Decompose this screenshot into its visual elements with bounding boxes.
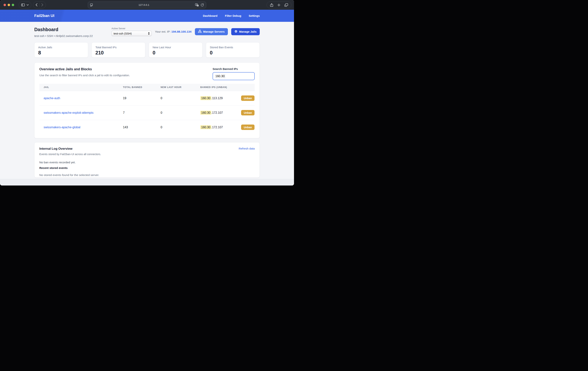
table-header-row: Jail Total Banned New Last Hour Banned I… [39, 84, 255, 91]
manage-jails-label: Manage Jails [239, 30, 257, 33]
app-navbar: Fail2ban UI Dashboard Filter Debug Setti… [0, 10, 294, 22]
manage-servers-button[interactable]: Manage Servers [195, 28, 228, 35]
search-banned-ips-label: Search Banned IPs [213, 67, 255, 70]
minimize-window-button[interactable] [8, 4, 10, 6]
nav-link-filter-debug[interactable]: Filter Debug [225, 14, 241, 17]
stat-value: 0 [210, 50, 256, 56]
reload-icon[interactable] [201, 3, 204, 7]
browser-toolbar: 127.0.0.1 A x [0, 0, 294, 10]
table-row: apache-auth 19 0 160.30.113.129 Unban [39, 91, 255, 106]
manage-jails-button[interactable]: Manage Jails [231, 28, 260, 35]
search-banned-ips-input[interactable]: 160.30 [213, 72, 255, 80]
external-ip-value: 194.88.100.134 [171, 30, 191, 33]
total-banned-value: 143 [123, 120, 161, 135]
nav-link-dashboard[interactable]: Dashboard [203, 14, 217, 17]
recent-stored-events-heading: Recent stored events [39, 166, 255, 169]
divider [39, 3, 40, 7]
ip-match-highlight: 160.30 [200, 111, 211, 115]
stat-value: 0 [153, 50, 199, 56]
active-server-label: Active Server [112, 27, 152, 30]
search-input-value: 160.30 [215, 75, 224, 78]
stat-card-total-banned: Total Banned IPs 210 [92, 42, 145, 58]
unban-button[interactable]: Unban [241, 110, 254, 115]
log-title: Internal Log Overview [39, 147, 101, 151]
stat-card-active-jails: Active Jails 8 [34, 42, 88, 58]
stat-label: Active Jails [38, 46, 84, 49]
page-title: Dashboard [34, 27, 93, 32]
unban-button[interactable]: Unban [241, 96, 254, 101]
jail-link[interactable]: apache-auth [44, 97, 60, 100]
nav-link-settings[interactable]: Settings [249, 14, 260, 17]
window-actions-group [267, 1, 291, 8]
close-window-button[interactable] [3, 4, 6, 6]
browser-window: 127.0.0.1 A x [0, 0, 294, 186]
no-stored-events-text: No stored events found for the selected … [39, 173, 255, 177]
unban-button[interactable]: Unban [241, 125, 254, 130]
history-nav-group [33, 1, 46, 8]
banned-ip: 160.30.172.107 [200, 111, 223, 114]
translate-icon[interactable]: A x [195, 3, 199, 7]
app-brand: Fail2ban UI [34, 14, 54, 18]
jails-table: Jail Total Banned New Last Hour Banned I… [39, 84, 255, 134]
stat-label: New Last Hour [153, 46, 199, 49]
url-text: 127.0.0.1 [93, 3, 195, 6]
active-server-summary: test-ssh • SSH • rlinfp02.swissmakers.co… [34, 34, 93, 38]
no-ban-events-text: No ban events recorded yet. [39, 161, 255, 164]
sidebar-icon[interactable] [21, 3, 25, 6]
stat-card-stored-ban-events: Stored Ban Events 0 [206, 42, 260, 58]
external-ip-label: Your ext. IP: [155, 30, 171, 33]
new-last-hour-value: 0 [161, 106, 200, 120]
stat-label: Total Banned IPs [95, 46, 141, 49]
manage-servers-label: Manage Servers [203, 30, 225, 33]
col-header-total-banned: Total Banned [123, 84, 161, 91]
stat-value: 8 [38, 50, 84, 56]
total-banned-value: 7 [123, 106, 161, 120]
table-row: swissmakers-apache-global 143 0 160.30.1… [39, 120, 255, 135]
share-icon[interactable] [270, 3, 273, 7]
ip-rest: .172.107 [211, 126, 223, 129]
internal-log-card: Internal Log Overview Events stored by F… [34, 142, 260, 178]
log-subtitle: Events stored by Fail2ban-UI across all … [39, 153, 101, 156]
new-tab-icon[interactable] [277, 3, 280, 7]
zoom-window-button[interactable] [12, 4, 14, 6]
sidebar-toggle-group [19, 1, 31, 8]
overview-title: Overview active Jails and Blocks [39, 67, 130, 71]
stat-card-new-last-hour: New Last Hour 0 [149, 42, 202, 58]
ip-match-highlight: 160.30 [200, 96, 211, 100]
page-settings-icon[interactable] [90, 3, 93, 7]
total-banned-value: 19 [123, 91, 161, 106]
traffic-lights [3, 4, 14, 6]
forward-icon[interactable] [41, 3, 43, 6]
page-footer-strip [0, 179, 294, 186]
jails-overview-card: Overview active Jails and Blocks Use the… [34, 63, 260, 138]
col-header-new-last-hour: New Last Hour [161, 84, 200, 91]
gear-icon [234, 30, 238, 33]
jail-link[interactable]: swissmakers-apache-exploit-attempts [44, 111, 94, 114]
page-body: Dashboard test-ssh • SSH • rlinfp02.swis… [0, 22, 294, 186]
sitemap-icon [198, 30, 202, 33]
stat-label: Stored Ban Events [210, 46, 256, 49]
stat-value: 210 [95, 50, 141, 56]
external-ip: Your ext. IP: 194.88.100.134 [155, 30, 191, 33]
refresh-data-link[interactable]: Refresh data [239, 147, 255, 150]
address-bar[interactable]: 127.0.0.1 A x [88, 1, 206, 8]
col-header-jail: Jail [39, 84, 123, 91]
banned-ip: 160.30.172.107 [200, 126, 223, 129]
back-icon[interactable] [36, 3, 37, 6]
col-header-banned-ips: Banned IPs (Unban) [200, 84, 255, 91]
text-caret [225, 74, 225, 78]
new-last-hour-value: 0 [161, 120, 200, 135]
ip-rest: .113.129 [211, 97, 223, 100]
select-stepper-icon [148, 32, 150, 35]
ip-rest: .172.107 [211, 111, 223, 114]
banned-ip: 160.30.113.129 [200, 97, 223, 100]
overview-subtitle: Use the search to filter banned IPs and … [39, 74, 130, 77]
active-server-value: test-ssh (SSH) [114, 32, 148, 35]
jail-link[interactable]: swissmakers-apache-global [44, 126, 80, 129]
table-row: swissmakers-apache-exploit-attempts 7 0 … [39, 106, 255, 120]
active-server-select[interactable]: test-ssh (SSH) [112, 31, 152, 36]
ip-match-highlight: 160.30 [200, 125, 211, 129]
new-last-hour-value: 0 [161, 91, 200, 106]
tab-overview-icon[interactable] [284, 3, 288, 7]
chevron-down-icon[interactable] [27, 4, 29, 6]
